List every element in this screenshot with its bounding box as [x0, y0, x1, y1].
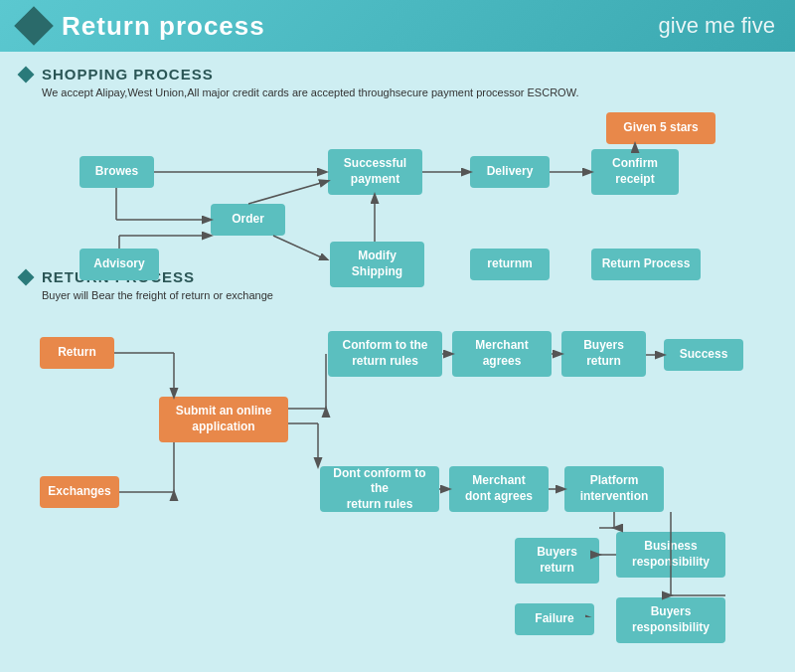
delivery-box: Delivery	[470, 156, 550, 188]
successful-payment-box: Successful payment	[328, 149, 422, 195]
header-diamond-icon	[14, 6, 54, 46]
shopping-section-header: SHOPPING PROCESS	[20, 66, 775, 83]
exchanges-box: Exchanges	[40, 476, 119, 508]
shopping-section-title: SHOPPING PROCESS	[42, 66, 214, 83]
buyers-responsibility-box: Buyers responsibility	[616, 597, 725, 643]
main-content: SHOPPING PROCESS We accept Alipay,West U…	[0, 52, 795, 672]
svg-line-6	[273, 236, 328, 260]
order-box: Order	[211, 204, 285, 236]
browes-box: Browes	[80, 156, 154, 188]
return-section-diamond	[18, 268, 35, 285]
shopping-section-desc: We accept Alipay,West Union,All major cr…	[20, 86, 775, 98]
success-box: Success	[664, 339, 743, 371]
given-5-stars-box: Given 5 stars	[606, 112, 716, 144]
header-logo: give me five	[659, 13, 775, 39]
advisory-box: Advisory	[80, 249, 159, 280]
shopping-diagram: Given 5 stars Browes Successful payment …	[20, 106, 775, 260]
return-diagram: Return Exchanges Submit an online applic…	[20, 309, 775, 617]
return-section-desc: Buyer will Bear the freight of return or…	[20, 289, 775, 301]
failure-box: Failure	[515, 603, 594, 635]
header: Return process give me five	[0, 0, 795, 52]
returnm-box: returnm	[470, 249, 550, 280]
conform-return-rules-box: Conform to the return rules	[328, 331, 442, 377]
shopping-section-diamond	[18, 66, 35, 83]
dont-conform-return-rules-box: Dont conform to the return rules	[320, 466, 439, 512]
modify-shipping-box: Modify Shipping	[330, 242, 424, 287]
platform-intervention-box: Platform intervention	[564, 466, 664, 512]
business-responsibility-box: Business responsibility	[616, 532, 725, 578]
header-title: Return process	[62, 11, 265, 42]
submit-online-box: Submit an online application	[159, 397, 288, 442]
buyers-return-1-box: Buyers return	[561, 331, 646, 377]
merchant-agrees-box: Merchant agrees	[452, 331, 552, 377]
return-box: Return	[40, 337, 114, 369]
svg-line-5	[248, 181, 328, 204]
confirm-receipt-box: Confirm receipt	[591, 149, 679, 195]
return-process-box: Return Process	[591, 249, 701, 280]
merchant-dont-agrees-box: Merchant dont agrees	[449, 466, 549, 512]
buyers-return-2-box: Buyers return	[515, 538, 599, 584]
